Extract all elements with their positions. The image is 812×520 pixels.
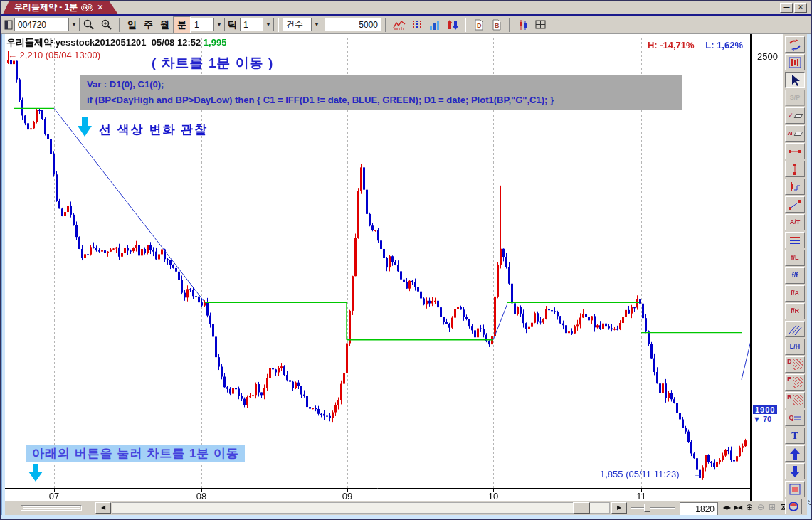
scrollbar-track[interactable] [112,502,610,514]
chevron-more-icon[interactable] [807,497,812,509]
regression-icon[interactable]: f/R [785,303,805,319]
arrow-up-icon[interactable] [785,445,805,462]
bar-count-input[interactable]: 1820 [680,502,718,516]
slider-knob[interactable] [644,504,650,512]
minute-combo[interactable]: 1 ▼ [191,18,225,31]
panel-toggle-icon[interactable] [3,17,14,33]
low-high-icon[interactable]: L/H [785,339,805,355]
fib-line-icon[interactable]: f/L [785,250,805,266]
erase-one-icon[interactable]: ✓ [785,107,805,124]
count-label: 건수 [283,18,311,31]
x-axis-label: 08 [196,491,206,502]
vertical-line-icon[interactable] [785,161,805,177]
period-day-button[interactable]: 일 [124,17,140,33]
candle-chart-icon[interactable] [514,17,532,33]
hatch-e-icon[interactable]: E [785,374,805,391]
stock-code-value: 004720 [15,20,68,30]
hatch-d-icon[interactable]: D [785,356,805,373]
bp-step-icon[interactable] [785,179,805,195]
record-icon[interactable] [785,499,802,514]
dashed-bars-icon[interactable] [408,17,426,33]
right-frame [807,34,812,515]
parallel-lines-icon[interactable] [785,321,805,337]
current-datetime: 05/08 12:52 [152,37,201,48]
snap-icon[interactable]: S/P [785,90,805,106]
refresh-icon[interactable] [785,36,805,53]
hatch-r-icon[interactable]: R [785,392,805,408]
chart-tab[interactable]: 우리들제약 - 1분 GD ✕ [3,1,118,14]
expand-bars-icon[interactable]: ◀▶ [721,502,732,514]
formula-code-box: Var : D1(0), C1(0); if (BP<DayHigh and B… [80,75,682,110]
tool-sidebar: S/P ✓ All A/T f/L f/f [783,34,807,515]
marker-change: ▼ 70 [753,415,777,423]
minimize-button[interactable]: — [780,3,793,13]
zoom-slider[interactable] [631,502,675,514]
stock-name: 우리들제약 [6,37,53,48]
cursor-icon[interactable] [785,72,805,88]
zoom-in-icon[interactable]: ⊕ [744,502,755,514]
text-annotation-icon[interactable]: A/T [785,214,805,230]
tip-label: 아래의 버튼을 눌러 차트를 1분 이동 [26,445,245,462]
chevron-down-icon[interactable]: ▼ [263,18,273,31]
doc-d-icon[interactable]: D [470,17,487,33]
chart-window: 우리들제약 - 1분 GD ✕ — ✕ 004720 ▼ 일 주 월 분 [0,0,812,520]
high-low-percent: H: -14,71% L: 1,62% [648,40,743,51]
bottom-frame [1,515,812,520]
tab-title: 우리들제약 - 1분 [14,1,78,14]
count-combo[interactable]: 건수 ▼ [283,18,322,31]
curve-icon[interactable]: f/f [785,267,805,284]
search-name-icon[interactable] [97,17,115,33]
chart-style-icon[interactable] [785,54,805,70]
chevron-down-icon[interactable]: ▼ [68,18,79,31]
multi-hline-icon[interactable] [785,232,805,248]
tick-label: 틱 [228,18,237,31]
scroll-left-button[interactable]: ◀ [95,502,111,514]
zoom-out-icon[interactable]: ⊖ [755,502,766,514]
collapse-bars-icon[interactable]: ▶◀ [732,502,744,514]
text-tool-icon[interactable]: T [785,428,805,444]
current-price-marker: 1900 ▼ 70 [753,405,777,423]
tick-combo[interactable]: 1 ▼ [240,18,274,31]
svg-text:B: B [495,22,500,29]
fan-icon[interactable]: f/A [785,285,805,302]
trendline-icon[interactable] [785,196,805,213]
scroll-right-button[interactable]: ▶ [611,502,627,514]
period-week-button[interactable]: 주 [140,17,157,33]
period-minute-button[interactable]: 분 [173,16,191,33]
chevron-down-icon[interactable]: ▼ [213,18,224,31]
horizontal-line-icon[interactable] [785,143,805,159]
x-axis-label: 09 [342,491,352,502]
splitter-grip[interactable] [21,505,82,511]
link-badge-icon: GD [81,4,93,11]
grid-icon[interactable]: ⊞ [766,502,778,514]
chevron-down-icon[interactable]: ▼ [311,18,322,31]
grid-layout-icon[interactable] [532,17,549,33]
annotation-title: ( 차트를 1분 이동 ) [152,54,273,73]
stock-code-combo[interactable]: 004720 ▼ [14,18,80,31]
tab-close-icon[interactable]: ✕ [97,3,103,12]
stop-icon[interactable] [785,481,805,497]
cyan-down-arrow-icon [28,464,43,485]
period-month-button[interactable]: 월 [157,17,173,33]
arrow-down-icon[interactable] [785,463,805,479]
up-down-arrows-icon[interactable] [443,17,461,33]
y-axis-top-label: 2500 [757,51,778,62]
search-icon[interactable] [80,17,97,33]
quote-icon[interactable]: Q [785,410,805,426]
code-line-1: Var : D1(0), C1(0); [87,77,676,92]
x-axis-label: 11 [636,491,646,502]
erase-all-icon[interactable]: All [785,125,805,142]
observe-label: 선 색상 변화 관찰 [99,122,208,138]
volume-input[interactable]: 5000 [325,18,381,31]
scrollbar-thumb[interactable] [573,502,590,514]
low-percent-label: L: 1,62% [705,40,743,51]
doc-b-icon[interactable]: B [487,17,505,33]
current-price: 1,995 [204,37,227,48]
price-axis: 2500 1900 ▼ 70 [750,34,783,501]
svg-text:D: D [477,22,482,29]
close-button[interactable]: ✕ [794,3,807,13]
volume-bars-icon[interactable] [426,17,443,33]
min-price-label: 1,855 (05/11 11:23) → [600,469,702,479]
max-price-label: ← 2,210 (05/04 13:00) [8,50,100,60]
line-chart-icon[interactable] [390,17,408,33]
